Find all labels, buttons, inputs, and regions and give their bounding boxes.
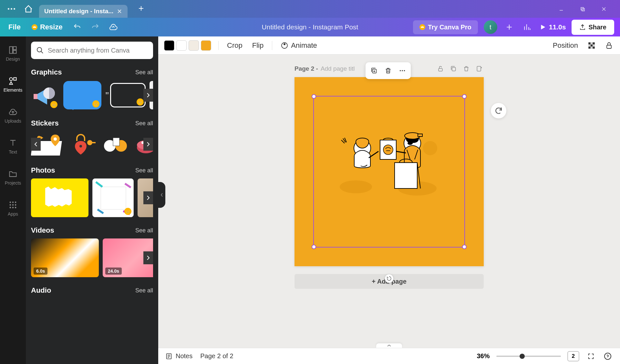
present-button[interactable]: 11.0s — [539, 23, 566, 31]
graphic-thumb[interactable]: " 👑 — [105, 83, 146, 107]
scroll-right-button[interactable] — [143, 89, 153, 102]
close-window-button[interactable] — [598, 3, 610, 15]
color-swatch-orange[interactable] — [201, 40, 211, 51]
transparency-icon — [587, 41, 596, 50]
undo-button[interactable] — [71, 21, 83, 33]
duplicate-page-button[interactable] — [449, 64, 458, 73]
nav-elements[interactable]: Elements — [1, 74, 25, 95]
resize-handle-tr[interactable] — [462, 94, 467, 99]
nav-uploads[interactable]: Uploads — [1, 105, 25, 126]
animate-button[interactable]: Animate — [279, 39, 318, 52]
graphic-thumb[interactable]: 👑 — [63, 81, 101, 109]
nav-text[interactable]: Text — [1, 136, 25, 157]
transparency-button[interactable] — [586, 40, 597, 51]
search-input[interactable] — [48, 47, 148, 54]
upload-icon — [579, 24, 586, 30]
duplicate-element-button[interactable] — [368, 65, 380, 76]
collapse-panel-button[interactable] — [158, 182, 165, 208]
nav-projects[interactable]: Projects — [1, 167, 25, 188]
color-swatch-black[interactable] — [164, 40, 174, 51]
resize-handle-tl[interactable] — [312, 94, 316, 99]
canvas-page[interactable] — [294, 77, 484, 266]
help-button[interactable] — [603, 351, 613, 361]
section-title: Photos — [31, 166, 55, 175]
share-button[interactable]: Share — [572, 20, 614, 35]
see-all-audio[interactable]: See all — [135, 287, 153, 294]
page-thumbnails-button[interactable]: 2 — [567, 351, 579, 361]
sticker-thumb[interactable] — [100, 131, 132, 157]
graphic-thumb[interactable]: 👑 — [31, 80, 59, 110]
user-avatar[interactable]: t — [484, 20, 497, 34]
video-duration: 6.0s — [34, 268, 47, 275]
minimize-button[interactable] — [555, 3, 567, 15]
resize-button[interactable]: Resize — [29, 21, 65, 33]
sticker-thumb[interactable] — [70, 131, 96, 157]
canvas-area: Crop Flip Animate Position Page 2 - — [158, 36, 620, 364]
zoom-level[interactable]: 36% — [477, 352, 490, 360]
page-indicator[interactable]: Page 2 of 2 — [200, 352, 233, 360]
fullscreen-button[interactable] — [586, 351, 596, 361]
analytics-button[interactable] — [521, 21, 533, 33]
undo-icon — [73, 23, 81, 31]
rotate-handle[interactable] — [385, 274, 394, 283]
plus-icon — [138, 5, 144, 12]
canvas-assist-button[interactable] — [491, 103, 506, 118]
add-member-button[interactable] — [503, 21, 515, 33]
color-swatch-cream[interactable] — [189, 40, 199, 51]
trash-icon — [385, 67, 392, 74]
delete-page-button[interactable] — [462, 64, 471, 73]
flip-button[interactable]: Flip — [251, 39, 265, 52]
uploads-icon — [8, 107, 17, 116]
canvas-viewport[interactable]: Page 2 - Add page titl — [158, 55, 620, 348]
search-box[interactable] — [31, 42, 153, 59]
video-thumb[interactable]: 6.0s — [31, 238, 99, 277]
lock-button[interactable] — [604, 40, 614, 51]
color-swatch-white[interactable] — [176, 40, 187, 51]
page-title-input[interactable]: Add page titl — [321, 65, 355, 72]
maximize-button[interactable] — [577, 3, 588, 15]
add-page-button[interactable] — [475, 64, 484, 73]
home-button[interactable] — [22, 2, 35, 16]
scroll-left-button[interactable] — [31, 138, 41, 151]
cloud-sync-button[interactable] — [107, 21, 119, 33]
color-swatches — [164, 40, 211, 51]
close-tab-button[interactable] — [117, 8, 122, 14]
see-all-photos[interactable]: See all — [135, 167, 153, 174]
svg-point-13 — [10, 207, 11, 208]
delivery-illustration[interactable] — [336, 126, 443, 197]
more-options-button[interactable] — [397, 65, 408, 76]
app-menu-dots[interactable] — [4, 5, 19, 12]
resize-handle-br[interactable] — [462, 245, 467, 249]
new-tab-button[interactable] — [136, 3, 146, 15]
see-all-graphics[interactable]: See all — [135, 69, 153, 76]
position-button[interactable]: Position — [552, 39, 579, 52]
try-pro-button[interactable]: Try Canva Pro — [413, 20, 478, 34]
scroll-right-button[interactable] — [143, 191, 153, 204]
notes-button[interactable]: Notes — [165, 352, 192, 360]
scroll-right-button[interactable] — [143, 251, 153, 264]
svg-point-46 — [400, 70, 401, 71]
see-all-videos[interactable]: See all — [135, 227, 153, 234]
delete-element-button[interactable] — [382, 65, 394, 76]
document-title[interactable]: Untitled design - Instagram Post — [262, 23, 358, 31]
section-audio: Audio See all — [31, 286, 153, 295]
photo-thumb[interactable] — [31, 178, 88, 217]
redo-button[interactable] — [89, 21, 101, 33]
zoom-slider-thumb[interactable] — [520, 354, 525, 359]
scroll-right-button[interactable] — [143, 138, 153, 151]
nav-apps[interactable]: Apps — [1, 198, 25, 219]
crop-button[interactable]: Crop — [226, 39, 244, 52]
see-all-stickers[interactable]: See all — [135, 120, 153, 127]
svg-rect-38 — [588, 46, 591, 49]
photo-thumb[interactable]: 👑 — [92, 178, 134, 217]
chevron-right-icon — [146, 195, 150, 201]
svg-rect-27 — [113, 138, 119, 146]
chevron-right-icon — [146, 141, 150, 147]
resize-handle-bl[interactable] — [312, 245, 316, 249]
expand-timeline-button[interactable] — [376, 343, 402, 348]
nav-design[interactable]: Design — [1, 43, 25, 64]
zoom-slider[interactable] — [496, 356, 561, 357]
document-tab[interactable]: Untitled design - Insta... — [39, 5, 128, 18]
file-menu[interactable]: File — [6, 21, 23, 33]
lock-page-button[interactable] — [436, 64, 445, 73]
